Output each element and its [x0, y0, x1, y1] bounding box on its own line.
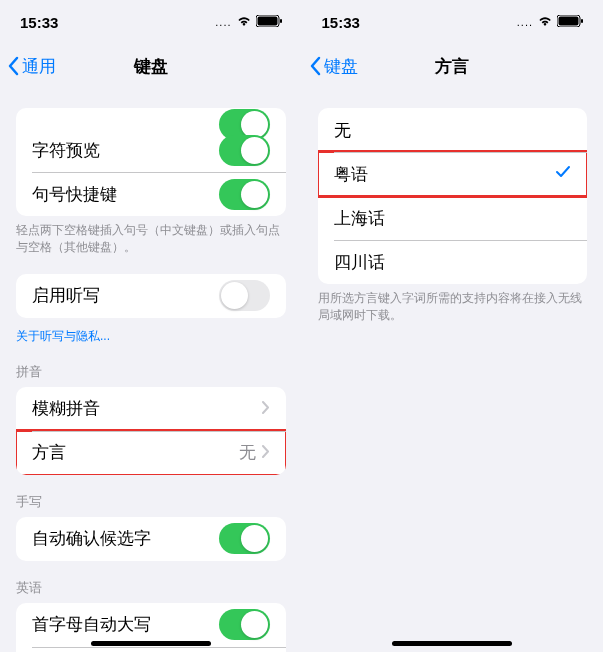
footer-text: 轻点两下空格键插入句号（中文键盘）或插入句点与空格（其他键盘）。	[0, 216, 302, 256]
row-dialect[interactable]: 方言 无	[16, 431, 286, 475]
home-indicator[interactable]	[392, 641, 512, 646]
toggle-auto-cap[interactable]	[219, 609, 270, 640]
content: 字符预览 句号快捷键 轻点两下空格键插入句号（中文键盘）或插入句点与空格（其他键…	[0, 88, 302, 652]
group-pinyin: 模糊拼音 方言 无	[16, 387, 286, 475]
row-char-preview[interactable]: 字符预览	[16, 128, 286, 172]
back-label: 键盘	[324, 55, 358, 78]
label: 自动确认候选字	[32, 527, 151, 550]
svg-rect-4	[559, 17, 579, 26]
row-cantonese[interactable]: 粤语	[318, 152, 588, 196]
label: 上海话	[334, 207, 385, 230]
label: 方言	[32, 441, 66, 464]
row-enable-dictation[interactable]: 启用听写	[16, 274, 286, 318]
battery-icon	[256, 13, 282, 31]
chevron-right-icon	[262, 444, 270, 462]
group-dialects: 无 粤语 上海话 四川话	[318, 108, 588, 284]
nav-title: 键盘	[134, 55, 168, 78]
label: 无	[334, 119, 351, 142]
label: 句号快捷键	[32, 183, 117, 206]
wifi-icon	[236, 13, 252, 31]
dictation-privacy-link[interactable]: 关于听写与隐私...	[0, 318, 302, 345]
wifi-icon	[537, 13, 553, 31]
toggle-dictation[interactable]	[219, 280, 270, 311]
status-bar: 15:33 ....	[0, 0, 302, 44]
status-time: 15:33	[322, 14, 360, 31]
section-english: 英语	[0, 561, 302, 603]
group-handwriting: 自动确认候选字	[16, 517, 286, 561]
back-button[interactable]: 键盘	[310, 55, 358, 78]
status-icons: ....	[517, 13, 583, 31]
label: 启用听写	[32, 284, 100, 307]
row-shanghainese[interactable]: 上海话	[318, 196, 588, 240]
nav-bar: 键盘 方言	[302, 44, 604, 88]
section-pinyin: 拼音	[0, 345, 302, 387]
section-handwriting: 手写	[0, 475, 302, 517]
row-period-shortcut[interactable]: 句号快捷键	[16, 172, 286, 216]
label: 粤语	[334, 163, 368, 186]
label: 首字母自动大写	[32, 613, 151, 636]
label: 模糊拼音	[32, 397, 100, 420]
row-check-spelling[interactable]: 检查拼写	[16, 647, 286, 652]
status-bar: 15:33 ....	[302, 0, 604, 44]
svg-rect-1	[257, 17, 277, 26]
row-sichuanese[interactable]: 四川话	[318, 240, 588, 284]
nav-bar: 通用 键盘	[0, 44, 302, 88]
nav-title: 方言	[435, 55, 469, 78]
label: 字符预览	[32, 139, 100, 162]
label: 四川话	[334, 251, 385, 274]
status-icons: ....	[215, 13, 281, 31]
group-dictation: 启用听写	[16, 274, 286, 318]
content: 无 粤语 上海话 四川话 用所选方言键入字词所需的支持内容将在接入无线局域网时下…	[302, 88, 604, 652]
home-indicator[interactable]	[91, 641, 211, 646]
screen-dialect-selection: 15:33 .... 键盘 方言 无 粤语 上海话	[302, 0, 604, 652]
chevron-right-icon	[262, 400, 270, 418]
cellular-icon: ....	[215, 16, 231, 28]
group-1: 字符预览 句号快捷键	[16, 128, 286, 216]
row-auto-cap[interactable]: 首字母自动大写	[16, 603, 286, 647]
toggle-period-shortcut[interactable]	[219, 179, 270, 210]
back-label: 通用	[22, 55, 56, 78]
cellular-icon: ....	[517, 16, 533, 28]
svg-rect-5	[581, 19, 583, 23]
partial-row-top	[16, 108, 286, 128]
value: 无	[239, 441, 256, 464]
battery-icon	[557, 13, 583, 31]
svg-rect-2	[280, 19, 282, 23]
row-auto-confirm[interactable]: 自动确认候选字	[16, 517, 286, 561]
status-time: 15:33	[20, 14, 58, 31]
check-icon	[555, 164, 571, 184]
row-none[interactable]: 无	[318, 108, 588, 152]
toggle-auto-confirm[interactable]	[219, 523, 270, 554]
screen-keyboard-settings: 15:33 .... 通用 键盘 字符预览 句号快捷键	[0, 0, 302, 652]
footer-text: 用所选方言键入字词所需的支持内容将在接入无线局域网时下载。	[302, 284, 604, 324]
back-button[interactable]: 通用	[8, 55, 56, 78]
row-fuzzy-pinyin[interactable]: 模糊拼音	[16, 387, 286, 431]
toggle-char-preview[interactable]	[219, 135, 270, 166]
